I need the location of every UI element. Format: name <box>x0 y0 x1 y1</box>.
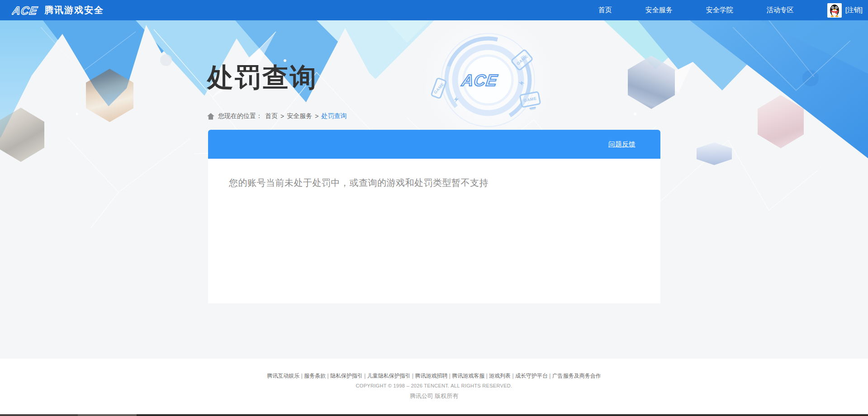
breadcrumb-current[interactable]: 处罚查询 <box>321 112 346 120</box>
footer-separator: | <box>363 373 367 379</box>
lightning-icon <box>518 80 525 86</box>
footer-link[interactable]: 腾讯游戏招聘 <box>415 373 448 379</box>
footer-separator: | <box>411 373 415 379</box>
breadcrumb-label: 您现在的位置： <box>218 112 262 120</box>
breadcrumb-home[interactable]: 首页 <box>265 112 278 120</box>
breadcrumb-separator: > <box>315 113 318 120</box>
logout-button[interactable]: [注销] <box>845 6 863 14</box>
query-result-message: 您的账号当前未处于处罚中，或查询的游戏和处罚类型暂不支持 <box>229 177 489 189</box>
footer-link[interactable]: 游戏列表 <box>489 373 511 379</box>
footer-link[interactable]: 广告服务及商务合作 <box>552 373 601 379</box>
footer-separator: | <box>448 373 452 379</box>
footer-link[interactable]: 腾讯互动娱乐 <box>267 373 299 379</box>
ace-badge-logo-text: ACE <box>460 71 499 90</box>
main-nav: 首页安全服务安全学院活动专区 <box>598 6 827 14</box>
page-footer: 腾讯互动娱乐 | 服务条款 | 隐私保护指引 | 儿童隐私保护指引 | 腾讯游戏… <box>0 359 868 414</box>
brand-logo[interactable]: ACE 腾讯游戏安全 <box>0 4 104 17</box>
bottom-strip-segment <box>78 414 137 416</box>
footer-separator: | <box>548 373 552 379</box>
breadcrumb-security-service[interactable]: 安全服务 <box>287 112 312 120</box>
footer-link[interactable]: 服务条款 <box>304 373 326 379</box>
footer-links: 腾讯互动娱乐 | 服务条款 | 隐私保护指引 | 儿童隐私保护指引 | 腾讯游戏… <box>0 372 868 380</box>
qq-penguin-icon <box>829 4 840 17</box>
breadcrumb-separator: > <box>280 113 284 120</box>
nav-item-3[interactable]: 活动专区 <box>767 6 794 14</box>
footer-link[interactable]: 儿童隐私保护指引 <box>367 373 411 379</box>
nav-item-1[interactable]: 安全服务 <box>645 6 673 14</box>
page-title: 处罚查询 <box>207 60 318 95</box>
ace-logo-icon: ACE <box>12 4 40 17</box>
bottom-strip-segment <box>137 414 868 416</box>
footer-copyright: COPYRIGHT © 1998 – 2026 TENCENT. ALL RIG… <box>0 383 868 388</box>
navbar-right: 首页安全服务安全学院活动专区 [注销] <box>598 3 868 18</box>
panel-header-bar: 问题反馈 <box>208 130 660 159</box>
home-icon[interactable] <box>207 113 214 120</box>
footer-separator: | <box>511 373 515 379</box>
nav-item-2[interactable]: 安全学院 <box>706 6 733 14</box>
user-avatar[interactable] <box>827 3 842 18</box>
panel-body: 您的账号当前未处于处罚中，或查询的游戏和处罚类型暂不支持 <box>208 159 660 303</box>
bottom-strip-segment <box>0 414 78 416</box>
footer-link[interactable]: 隐私保护指引 <box>330 373 363 379</box>
top-navbar: ACE 腾讯游戏安全 首页安全服务安全学院活动专区 [注销] <box>0 0 868 20</box>
footer-separator: | <box>326 373 330 379</box>
footer-link[interactable]: 腾讯游戏客服 <box>452 373 484 379</box>
breadcrumb: 您现在的位置： 首页 > 安全服务 > 处罚查询 <box>207 112 349 120</box>
footer-link[interactable]: 成长守护平台 <box>515 373 548 379</box>
feedback-link[interactable]: 问题反馈 <box>608 140 636 149</box>
punishment-query-page: ACE 腾讯游戏安全 首页安全服务安全学院活动专区 [注销] <box>0 0 868 416</box>
footer-separator: | <box>299 373 304 379</box>
lightning-icon <box>453 96 460 103</box>
brand-title: 腾讯游戏安全 <box>44 4 104 16</box>
footer-company: 腾讯公司 版权所有 <box>0 392 868 400</box>
nav-item-0[interactable]: 首页 <box>598 6 612 14</box>
footer-separator: | <box>484 373 489 379</box>
svg-text:ACE: ACE <box>12 4 39 17</box>
